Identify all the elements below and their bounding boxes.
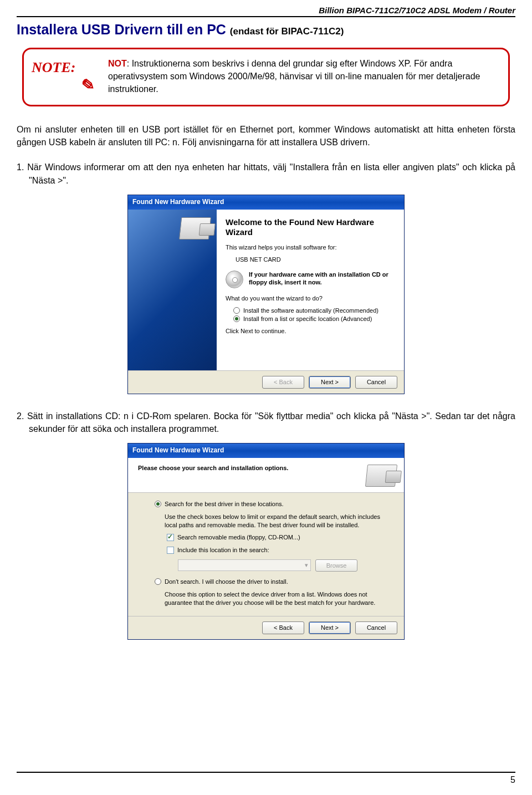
wizard-2-search-option[interactable]: Search for the best driver in these loca… (155, 501, 387, 507)
page-number: 5 (510, 775, 515, 785)
intro-paragraph: Om ni ansluter enheten till en USB port … (17, 123, 515, 149)
wizard-2-titlebar: Found New Hardware Wizard (128, 444, 404, 458)
wizard-1-welcome: Welcome to the Found New Hardware Wizard (226, 217, 395, 237)
back-button: < Back (262, 376, 304, 389)
note-label: NOT (108, 59, 127, 68)
radio-icon (233, 307, 240, 314)
title-sub: (endast för BIPAC-711C2) (230, 26, 344, 37)
wizard-2-r2-desc: Choose this option to select the device … (165, 590, 387, 607)
wizard-2-r1-label: Search for the best driver in these loca… (165, 501, 284, 507)
wizard-2-r1-desc: Use the check boxes below to limit or ex… (165, 513, 387, 529)
radio-icon (233, 315, 240, 322)
page-title: Installera USB Drivern till en PC (endas… (17, 22, 515, 38)
document-header: Billion BIPAC-711C2/710C2 ADSL Modem / R… (17, 6, 515, 17)
title-main: Installera USB Drivern till en PC (17, 22, 226, 37)
wizard-1-option-auto[interactable]: Install the software automatically (Reco… (233, 307, 395, 314)
note-icon-text: NOTE: (32, 59, 75, 75)
wizard-1-opt1-label: Install the software automatically (Reco… (243, 307, 378, 314)
footer-rule (17, 772, 515, 773)
note-text: NOT: Instruktionerna som beskrivs i denn… (108, 57, 498, 96)
wizard-1-content: Welcome to the Found New Hardware Wizard… (217, 210, 404, 370)
wizard-2-cb2-label: Include this location in the search: (177, 547, 269, 553)
wizard-1-footer: < Back Next > Cancel (128, 370, 404, 394)
step-2-text: Sätt in installations CD: n i CD-Rom spe… (27, 411, 515, 434)
wizard-2-cb-include[interactable]: Include this location in the search: (167, 547, 387, 554)
back-button[interactable]: < Back (262, 621, 304, 634)
cancel-button[interactable]: Cancel (355, 621, 397, 634)
wizard-2-body: Search for the best driver in these loca… (128, 493, 404, 615)
note-box: NOTE: ✎ NOT: Instruktionerna som beskriv… (22, 48, 510, 106)
cancel-button[interactable]: Cancel (355, 376, 397, 389)
step-2: 2. Sätt in installations CD: n i CD-Rom … (29, 410, 515, 435)
step-2-num: 2. (17, 411, 24, 421)
hardware-icon (179, 217, 211, 239)
wizard-2-header: Please choose your search and installati… (128, 458, 404, 493)
wizard-1-device: USB NET CARD (236, 256, 395, 263)
wizard-2-cb1-label: Search removable media (floppy, CD-ROM..… (177, 534, 300, 541)
wizard-1: Found New Hardware Wizard Welcome to the… (127, 195, 405, 394)
note-body: : Instruktionerna som beskrivs i denna d… (108, 59, 480, 94)
note-icon: NOTE: ✎ (32, 57, 98, 96)
hardware-icon (365, 465, 397, 487)
wizard-1-question: What do you want the wizard to do? (226, 295, 395, 302)
wizard-1-opt2-label: Install from a list or specific location… (243, 315, 372, 322)
pencil-icon: ✎ (78, 74, 96, 96)
wizard-1-banner (128, 210, 217, 370)
dropdown-arrow-icon: ▾ (305, 562, 308, 569)
wizard-2-head-text: Please choose your search and installati… (138, 465, 288, 471)
wizard-2-r2-label: Don't search. I will choose the driver t… (165, 578, 288, 585)
wizard-1-continue: Click Next to continue. (226, 328, 395, 334)
step-1-num: 1. (17, 162, 24, 172)
path-dropdown: ▾ (178, 559, 311, 571)
step-1-text: När Windows informerar om att den nya en… (27, 162, 515, 185)
next-button[interactable]: Next > (309, 621, 351, 634)
wizard-1-helps: This wizard helps you install software f… (226, 244, 395, 251)
wizard-2-dontsearch-option[interactable]: Don't search. I will choose the driver t… (155, 578, 387, 585)
browse-button: Browse (315, 559, 357, 572)
radio-icon (155, 501, 161, 507)
wizard-1-titlebar: Found New Hardware Wizard (128, 195, 404, 210)
radio-icon (155, 578, 161, 585)
checkbox-icon (167, 547, 174, 554)
cd-icon (226, 271, 243, 288)
wizard-1-option-advanced[interactable]: Install from a list or specific location… (233, 315, 395, 322)
step-1: 1. När Windows informerar om att den nya… (29, 161, 515, 186)
checkbox-icon (167, 534, 174, 541)
wizard-1-cd-text: If your hardware came with an installati… (249, 271, 395, 287)
next-button[interactable]: Next > (309, 376, 351, 389)
wizard-2: Found New Hardware Wizard Please choose … (127, 443, 405, 639)
wizard-2-cb-removable[interactable]: Search removable media (floppy, CD-ROM..… (167, 534, 387, 541)
wizard-2-footer: < Back Next > Cancel (128, 616, 404, 639)
